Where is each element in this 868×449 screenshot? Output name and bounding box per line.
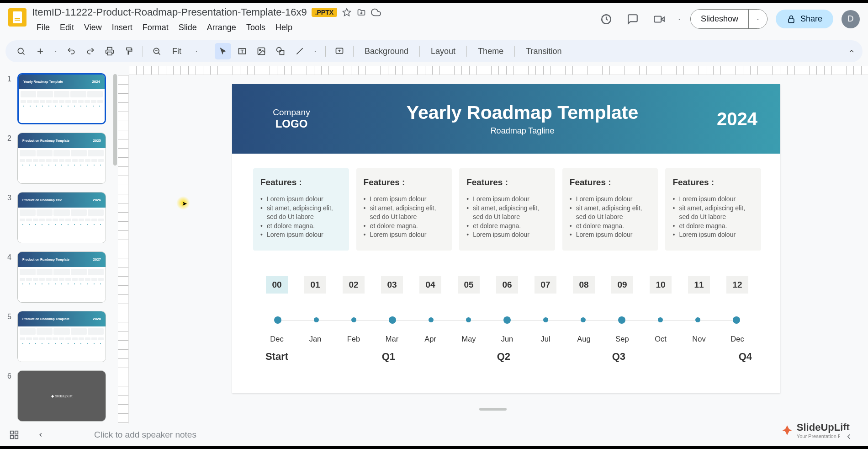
print-icon[interactable] [101,43,118,59]
shape-icon[interactable] [272,43,289,59]
zoom-out-icon[interactable] [148,43,165,59]
share-button[interactable]: Share [776,10,833,28]
timeline-dot-1 [314,317,319,322]
menu-help[interactable]: Help [271,21,297,34]
theme-button[interactable]: Theme [472,44,509,59]
history-icon[interactable] [597,10,615,28]
slide-thumbnail-1[interactable]: Yearly Roadmap Template2024 [17,73,106,124]
menu-format[interactable]: Format [138,21,173,34]
zoom-select[interactable]: Fit [168,44,203,59]
transition-button[interactable]: Transition [520,44,567,59]
timeline-tick-11: 11 [688,276,710,294]
feature-item: Lorem ipsum dolour [570,195,651,204]
timeline-tick-03: 03 [381,276,403,294]
image-icon[interactable] [253,43,270,59]
feature-heading: Features : [570,177,651,187]
feature-item: Lorem ipsum dolour [364,230,445,240]
svg-rect-16 [15,436,18,438]
feature-item: Lorem ipsum dolour [672,195,754,204]
timeline-dot-5 [466,317,471,322]
month-label-10: Oct [650,335,672,343]
timeline-tick-08: 08 [573,276,595,294]
avatar[interactable]: D [842,10,860,28]
timeline-tick-06: 06 [496,276,518,294]
panel-scrollbar[interactable] [113,74,117,166]
new-slide-icon[interactable] [32,43,48,59]
meet-icon[interactable] [650,10,668,28]
cloud-status-icon[interactable] [371,7,381,17]
collapse-toolbar-icon[interactable] [848,48,855,55]
feature-heading: Features : [466,177,548,187]
line-dropdown-icon[interactable] [311,43,320,59]
collapse-filmstrip-icon[interactable] [37,432,44,438]
menu-file[interactable]: File [32,21,54,34]
slideshow-dropdown[interactable] [748,10,767,28]
meet-dropdown-icon[interactable] [677,16,682,22]
paint-format-icon[interactable] [121,43,137,59]
feature-item: Lorem ipsum dolour [260,230,342,240]
svg-rect-15 [11,436,13,438]
slide-thumbnail-5[interactable]: Production Roadmap Template2028 [17,311,106,362]
slides-app-icon[interactable] [8,8,26,27]
undo-icon[interactable] [63,43,79,59]
feature-card-3: Features :Lorem ipsum doloursit amet, ad… [459,168,555,251]
slide-thumbnail-6[interactable]: ◆ SlideUpLift [17,370,106,422]
move-icon[interactable] [356,7,366,17]
quarter-q2: Q2 [411,351,526,363]
svg-rect-2 [654,16,661,22]
ruler-vertical [118,75,129,423]
feature-item: sit amet, adipiscing elit, sed do Ut lab… [570,204,651,222]
redo-icon[interactable] [82,43,99,59]
feature-item: sit amet, adipiscing elit, sed do Ut lab… [672,204,754,222]
month-label-4: Apr [419,335,441,343]
select-tool-icon[interactable] [215,43,231,59]
speaker-notes-input[interactable]: Click to add speaker notes [90,425,859,444]
ruler-horizontal [129,66,868,75]
speaker-notes-drag-handle[interactable] [479,408,507,411]
textbox-icon[interactable] [234,43,250,59]
feature-item: et dolore magna. [672,222,754,231]
slide-thumbnail-4[interactable]: Production Roadmap Template2027 [17,251,106,303]
cursor-arrow-icon: ➤ [182,200,187,207]
grid-view-icon[interactable] [9,430,19,440]
zoom-value: Fit [172,47,181,56]
menu-arrange[interactable]: Arrange [202,21,241,34]
menu-bar: File Edit View Insert Format Slide Arran… [32,21,597,34]
feature-item: Lorem ipsum dolour [672,230,754,240]
menu-tools[interactable]: Tools [242,21,270,34]
feature-item: sit amet, adipiscing elit, sed do Ut lab… [260,204,342,222]
background-button[interactable]: Background [359,44,414,59]
quarter-q4: Q4 [641,351,757,363]
file-format-badge: .PPTX [312,8,337,17]
search-menus-icon[interactable] [13,43,29,59]
feature-heading: Features : [364,177,445,187]
timeline-dot-3 [389,316,396,324]
slide-thumbnail-2[interactable]: Production Roadmap Template2025 [17,133,106,184]
document-title[interactable]: ItemID-11222-Product-Roadmap-Presentatio… [32,6,307,18]
slide-body: Features :Lorem ipsum doloursit amet, ad… [239,154,775,384]
menu-view[interactable]: View [79,21,106,34]
feature-item: et dolore magna. [260,222,342,231]
star-icon[interactable] [342,7,352,17]
slide-panel[interactable]: 1Yearly Roadmap Template20242Production … [0,66,118,423]
menu-insert[interactable]: Insert [107,21,137,34]
timeline-tick-04: 04 [419,276,441,294]
month-label-6: Jun [496,335,518,343]
layout-button[interactable]: Layout [425,44,461,59]
comments-icon[interactable] [624,10,642,28]
slide-thumbnail-3[interactable]: Production Roadmap Title2026 [17,192,106,243]
timeline-dot-7 [543,317,548,322]
watermark-icon [781,424,793,436]
menu-edit[interactable]: Edit [55,21,79,34]
timeline-tick-01: 01 [304,276,326,294]
feature-card-5: Features :Lorem ipsum doloursit amet, ad… [665,168,761,251]
timeline-dot-6 [503,316,511,324]
comment-add-icon[interactable] [331,43,348,59]
new-slide-dropdown-icon[interactable] [51,43,60,59]
header: ItemID-11222-Product-Roadmap-Presentatio… [0,3,868,37]
slideshow-button[interactable]: Slideshow [691,10,748,28]
explore-icon[interactable] [840,430,858,444]
line-icon[interactable] [291,43,308,59]
menu-slide[interactable]: Slide [174,21,201,34]
slide-canvas[interactable]: Company LOGO Yearly Roadmap Template Roa… [232,84,780,393]
